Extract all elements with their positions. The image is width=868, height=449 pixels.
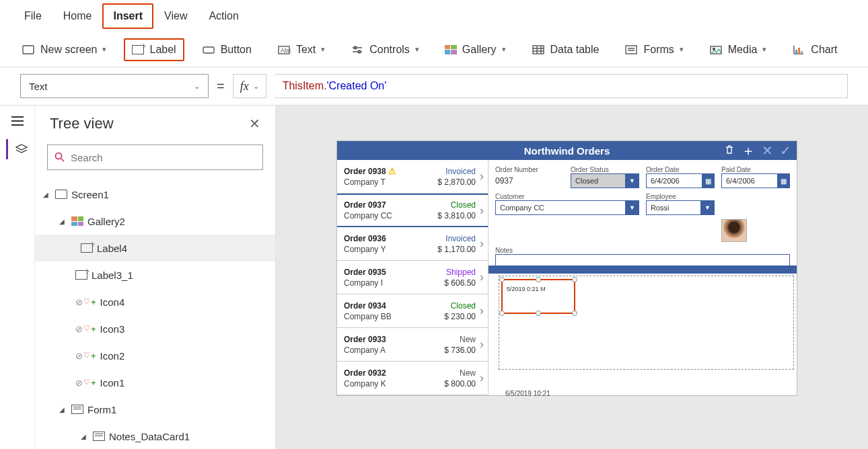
menu-view[interactable]: View xyxy=(153,3,198,29)
order-list-item[interactable]: Order 0936Company YInvoiced$ 1,170.00› xyxy=(337,227,488,261)
screen-icon xyxy=(55,190,67,199)
order-list-item[interactable]: Order 0935Company IShipped$ 606.50› xyxy=(337,261,488,294)
app-title: Northwind Orders xyxy=(524,145,610,157)
chevron-down-icon: ▾ xyxy=(762,45,766,54)
order-list-item[interactable]: Order 0932Company KNew$ 800.00› xyxy=(337,362,488,395)
formula-token-prop: 'Created On' xyxy=(326,80,386,92)
tree-node-label3-1[interactable]: Label3_1 xyxy=(35,261,275,288)
label-icon xyxy=(81,243,93,253)
fx-icon: fx xyxy=(240,79,249,93)
detail-divider xyxy=(489,266,797,274)
tree-node-icon3[interactable]: ⊘♡+ Icon3 xyxy=(35,315,275,342)
collapse-icon[interactable]: ◢ xyxy=(43,191,51,198)
chevron-right-icon: › xyxy=(480,204,484,218)
datepicker-order-date[interactable]: 6/4/2006 xyxy=(646,173,715,188)
dropdown-employee[interactable]: Rossi▼ xyxy=(646,200,715,215)
svg-rect-12 xyxy=(801,51,803,54)
plus-icon[interactable]: ＋ xyxy=(742,142,755,160)
ribbon-controls-label: Controls xyxy=(369,44,410,56)
ribbon-chart[interactable]: Chart xyxy=(784,38,845,61)
tree-node-form1[interactable]: ◢ Form1 xyxy=(35,396,275,423)
tree-node-icon1[interactable]: ⊘♡+ Icon1 xyxy=(35,369,275,396)
tree-search-input[interactable] xyxy=(71,152,256,163)
canvas[interactable]: Northwind Orders ＋ ✕ ✓ Order 0938 ⚠Compa… xyxy=(276,106,868,449)
ribbon-new-screen-label: New screen xyxy=(40,44,97,56)
form-icon xyxy=(71,405,83,414)
dropdown-customer[interactable]: Company CC▼ xyxy=(495,200,639,215)
check-icon[interactable]: ✓ xyxy=(780,142,791,159)
svg-text:Abc: Abc xyxy=(281,47,291,54)
order-list-item[interactable]: Order 0934Company BBClosed$ 230.00› xyxy=(337,294,488,328)
label-employee: Employee xyxy=(646,193,676,200)
ribbon-media-label: Media xyxy=(728,44,758,56)
ribbon-media[interactable]: Media ▾ xyxy=(701,38,775,61)
collapse-icon[interactable]: ◢ xyxy=(81,433,89,440)
trash-icon[interactable] xyxy=(724,143,735,159)
tree-view-panel: Tree view ✕ ◢ Screen1 ◢ Gallery2 Label4 xyxy=(35,106,276,449)
ribbon-datatable[interactable]: Data table xyxy=(523,38,608,61)
value-paid-date: 6/4/2006 xyxy=(726,177,755,185)
search-icon xyxy=(55,152,65,163)
chevron-down-icon: ⌄ xyxy=(253,82,259,91)
order-list-item[interactable]: Order 0938 ⚠Company TInvoiced$ 2,870.00› xyxy=(337,160,488,194)
x-icon[interactable]: ✕ xyxy=(762,142,773,159)
dropdown-order-status[interactable]: Closed▼ xyxy=(571,173,639,188)
ribbon-text-label: Text xyxy=(296,44,316,56)
menu-home[interactable]: Home xyxy=(52,3,103,29)
order-list-item[interactable]: Order 0933Company ANew$ 736.00› xyxy=(337,328,488,362)
chevron-right-icon: › xyxy=(480,237,484,251)
hamburger-icon[interactable] xyxy=(11,116,24,126)
app-preview[interactable]: Northwind Orders ＋ ✕ ✓ Order 0938 ⚠Compa… xyxy=(336,140,797,396)
label-order-number: Order Number xyxy=(495,166,538,173)
tree-search[interactable] xyxy=(47,145,263,170)
ribbon-button-label: Button xyxy=(221,44,252,56)
gallery-icon xyxy=(445,45,457,54)
ribbon-chart-label: Chart xyxy=(811,44,837,56)
fx-button[interactable]: fx ⌄ xyxy=(233,74,266,98)
treeview-rail-button[interactable] xyxy=(6,139,28,159)
chevron-down-icon: ▾ xyxy=(321,45,325,54)
menu-insert[interactable]: Insert xyxy=(102,3,153,29)
ribbon-datatable-label: Data table xyxy=(550,44,600,56)
tree-node-gallery2[interactable]: ◢ Gallery2 xyxy=(35,208,275,235)
tree-label: Notes_DataCard1 xyxy=(109,431,190,442)
menu-action[interactable]: Action xyxy=(198,3,249,29)
ribbon-gallery[interactable]: Gallery ▾ xyxy=(437,38,514,61)
tree-node-icon4[interactable]: ⊘♡+ Icon4 xyxy=(35,288,275,315)
order-list[interactable]: Order 0938 ⚠Company TInvoiced$ 2,870.00›… xyxy=(337,160,489,395)
ribbon-text[interactable]: Abc Text ▾ xyxy=(269,38,333,61)
media-icon xyxy=(709,44,723,56)
ribbon-button[interactable]: Button xyxy=(194,38,260,61)
collapse-icon[interactable]: ◢ xyxy=(59,218,67,225)
tree-label: Gallery2 xyxy=(87,216,125,227)
ribbon-forms[interactable]: Forms ▾ xyxy=(616,38,691,61)
ribbon-controls[interactable]: Controls ▾ xyxy=(342,38,427,61)
icon-icon: ⊘♡+ xyxy=(75,351,96,361)
controls-icon xyxy=(351,44,364,56)
tree-label: Label3_1 xyxy=(92,270,133,281)
order-list-item[interactable]: Order 0937Company CCClosed$ 3,810.00› xyxy=(337,194,488,227)
property-dropdown[interactable]: Text ⌄ xyxy=(20,74,209,98)
icon-icon: ⊘♡+ xyxy=(75,324,96,334)
chevron-down-icon: ▾ xyxy=(680,45,684,54)
ribbon-new-screen[interactable]: New screen ▾ xyxy=(13,38,114,61)
svg-rect-0 xyxy=(23,46,34,54)
tree-label: Icon1 xyxy=(100,377,125,389)
warning-icon: ⚠ xyxy=(388,166,396,176)
tree-view-title: Tree view xyxy=(50,115,114,132)
menu-file[interactable]: File xyxy=(13,3,52,29)
tree-node-icon2[interactable]: ⊘♡+ Icon2 xyxy=(35,342,275,369)
selected-label4[interactable]: 5/2019 0:21 M xyxy=(501,279,575,314)
close-icon[interactable]: ✕ xyxy=(249,116,260,132)
tree-node-screen1[interactable]: ◢ Screen1 xyxy=(35,181,275,208)
datepicker-paid-date[interactable]: 6/4/2006 xyxy=(721,173,790,188)
screen-icon xyxy=(22,44,35,56)
formula-input[interactable]: ThisItem.'Created On' xyxy=(275,74,848,98)
menubar: File Home Insert View Action xyxy=(0,0,868,32)
ribbon-label[interactable]: Label xyxy=(124,38,184,61)
tree: ◢ Screen1 ◢ Gallery2 Label4 Label3_1 ⊘♡+… xyxy=(35,178,275,449)
svg-rect-10 xyxy=(795,50,797,54)
collapse-icon[interactable]: ◢ xyxy=(59,406,67,413)
tree-node-notes-datacard1[interactable]: ◢ Notes_DataCard1 xyxy=(35,423,275,449)
tree-node-label4[interactable]: Label4 xyxy=(35,235,275,261)
